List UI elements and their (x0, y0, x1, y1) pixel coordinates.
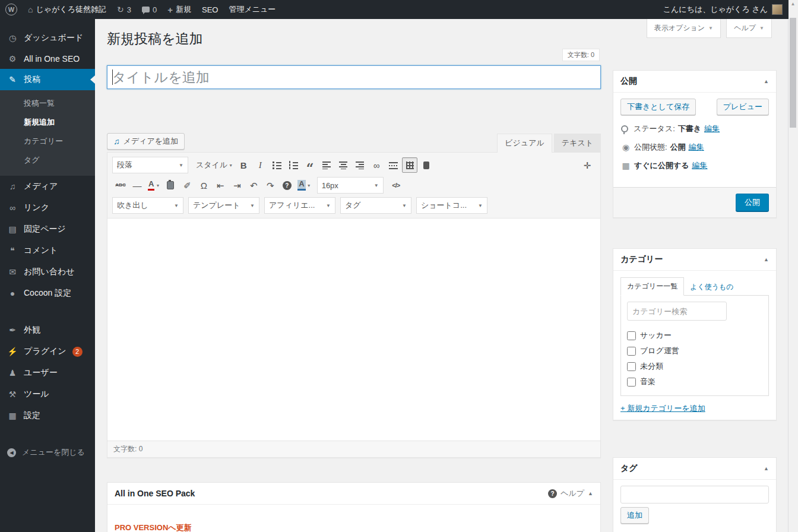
sidebar-item-4[interactable]: ∞リンク (0, 197, 95, 218)
greeting-account-link[interactable]: こんにちは、じゃがくろ さん (663, 4, 768, 15)
save-draft-button[interactable]: 下書きとして保存 (620, 99, 696, 115)
shortcode-select-3[interactable]: タグ▼ (340, 197, 411, 214)
insert-link-button[interactable]: ∞ (369, 157, 384, 173)
styles-select[interactable]: スタイル ▼ (194, 157, 235, 173)
distraction-free-button[interactable] (419, 157, 434, 173)
tags-header[interactable]: タグ ▲ (613, 458, 776, 480)
align-center-button[interactable] (335, 157, 351, 173)
tag-input[interactable] (620, 486, 769, 504)
new-content-link[interactable]: + 新規 (162, 0, 197, 19)
indent-button[interactable]: ⇥ (229, 178, 245, 193)
tab-text[interactable]: テキスト (554, 134, 601, 152)
tab-visual[interactable]: ビジュアル (497, 134, 552, 153)
toolbar-toggle-button[interactable] (402, 157, 417, 173)
sidebar-item-2[interactable]: ✎投稿 (0, 69, 95, 90)
sidebar-item-6[interactable]: ❝コメント (0, 240, 95, 261)
category-checkbox-row[interactable]: 未分類 (627, 359, 762, 374)
category-checkbox[interactable] (627, 347, 636, 356)
category-checkbox-row[interactable]: 音楽 (627, 374, 762, 390)
submenu-item-2[interactable]: カテゴリー (0, 132, 95, 151)
sidebar-item-13[interactable]: ▦設定 (0, 405, 95, 426)
sidebar-item-3[interactable]: ♫メディア (0, 176, 95, 197)
edit-visibility-link[interactable]: 編集 (689, 142, 704, 153)
seo-menu-link[interactable]: SEO (197, 0, 223, 19)
blockquote-button[interactable]: “ (302, 157, 318, 173)
sidebar-item-8[interactable]: ●Cocoon 設定 (0, 283, 95, 304)
publish-button[interactable]: 公開 (736, 194, 769, 211)
undo-button[interactable]: ↶ (246, 178, 261, 193)
post-title-input[interactable] (107, 65, 601, 89)
shortcode-select-1[interactable]: テンプレート▼ (188, 197, 259, 214)
bold-button[interactable]: B (236, 157, 251, 173)
category-checkbox-row[interactable]: ブログ運営 (627, 343, 762, 359)
help-tab[interactable]: ヘルプ ▼ (726, 19, 772, 38)
add-new-category-link[interactable]: + 新規カテゴリーを追加 (620, 403, 705, 414)
add-tag-button[interactable]: 追加 (620, 507, 649, 524)
font-size-select[interactable]: 16px ▼ (317, 177, 384, 194)
chevron-up-icon[interactable]: ▲ (588, 490, 593, 496)
help-circle-icon[interactable]: ? (548, 489, 557, 498)
bullet-list-button[interactable] (269, 157, 284, 173)
chevron-up-icon[interactable]: ▲ (764, 256, 769, 262)
aioseo-header[interactable]: All in One SEO Pack ? ヘルプ ▲ (107, 483, 600, 505)
admin-menu-link[interactable]: 管理メニュー (223, 0, 281, 19)
strikethrough-button[interactable]: ABC (113, 178, 128, 193)
category-checkbox-row[interactable]: サッカー (627, 328, 762, 343)
submenu-item-1[interactable]: 新規追加 (0, 113, 95, 132)
clear-formatting-button[interactable]: ✐ (179, 178, 195, 193)
category-search-input[interactable] (627, 302, 727, 321)
aioseo-help-link[interactable]: ヘルプ (560, 488, 584, 499)
shortcode-select-2[interactable]: アフィリエ...▼ (264, 197, 335, 214)
sidebar-item-11[interactable]: ♟ユーザー (0, 362, 95, 384)
editor-canvas[interactable] (107, 218, 600, 441)
publish-header[interactable]: 公開 ▲ (613, 71, 776, 93)
tab-all-categories[interactable]: カテゴリー一覧 (620, 277, 684, 296)
categories-header[interactable]: カテゴリー ▲ (613, 249, 776, 271)
sidebar-item-14[interactable]: ◀メニューを閉じる (0, 442, 95, 463)
comments-link[interactable]: 0 (137, 0, 162, 19)
site-name-link[interactable]: ⌂ じゃがくろ徒然雑記 (23, 0, 112, 19)
sidebar-item-0[interactable]: ◷ダッシュボード (0, 27, 95, 49)
wordpress-logo-button[interactable]: W (0, 0, 23, 19)
preview-button[interactable]: プレビュー (717, 99, 769, 115)
edit-schedule-link[interactable]: 編集 (692, 160, 708, 171)
horizontal-rule-button[interactable]: — (129, 178, 145, 193)
sidebar-item-9[interactable]: ✒外観 (0, 319, 95, 341)
scrollbar-thumb[interactable] (790, 18, 796, 128)
chevron-up-icon[interactable]: ▲ (764, 78, 769, 84)
category-checkbox[interactable] (627, 378, 636, 387)
shortcode-select-4[interactable]: ショートコ...▼ (416, 197, 487, 214)
fullscreen-button[interactable]: ✛ (580, 157, 595, 173)
numbered-list-button[interactable] (286, 157, 301, 173)
scrollbar-up-arrow-icon[interactable]: ▲ (788, 1, 797, 7)
highlight-color-button[interactable]: A ▼ (296, 178, 312, 193)
screen-options-tab[interactable]: 表示オプション ▼ (647, 19, 721, 38)
redo-button[interactable]: ↷ (262, 178, 278, 193)
submenu-item-0[interactable]: 投稿一覧 (0, 94, 95, 113)
sidebar-item-1[interactable]: ⚙All in One SEO (0, 49, 95, 69)
align-right-button[interactable] (352, 157, 368, 173)
sidebar-item-7[interactable]: ✉お問い合わせ (0, 261, 95, 283)
category-checkbox[interactable] (627, 331, 636, 340)
code-button[interactable]: </> (388, 178, 404, 193)
align-left-button[interactable] (319, 157, 334, 173)
italic-button[interactable]: I (252, 157, 268, 173)
keyboard-shortcuts-button[interactable]: ? (279, 178, 294, 193)
chevron-up-icon[interactable]: ▲ (764, 466, 769, 471)
special-character-button[interactable]: Ω (196, 178, 211, 193)
paste-as-text-button[interactable] (163, 178, 178, 193)
category-checkbox[interactable] (627, 362, 636, 371)
tab-most-used[interactable]: よく使うもの (684, 278, 739, 296)
sidebar-item-10[interactable]: ⚡プラグイン2 (0, 341, 95, 362)
read-more-button[interactable] (385, 157, 401, 173)
paragraph-format-select[interactable]: 段落 ▼ (112, 157, 188, 173)
sidebar-item-5[interactable]: ▤固定ページ (0, 218, 95, 240)
outdent-button[interactable]: ⇤ (213, 178, 228, 193)
text-color-button[interactable]: A ▼ (146, 178, 162, 193)
sidebar-item-12[interactable]: ⚒ツール (0, 384, 95, 405)
upgrade-pro-link[interactable]: PRO VERSIONへ更新 (115, 522, 192, 532)
add-media-button[interactable]: ♫ メディアを追加 (107, 133, 185, 150)
submenu-item-3[interactable]: タグ (0, 151, 95, 170)
shortcode-select-0[interactable]: 吹き出し▼ (112, 197, 183, 214)
updates-link[interactable]: ↻ 3 (112, 0, 137, 19)
